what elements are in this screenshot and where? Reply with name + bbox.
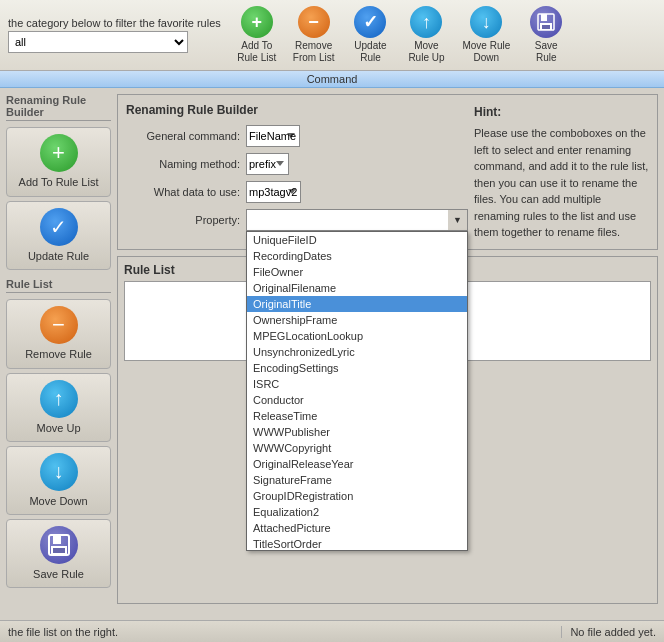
- dropdown-item[interactable]: SignatureFrame: [247, 472, 467, 488]
- naming-method-select[interactable]: prefix suffix replace insert: [246, 153, 289, 175]
- filter-label: the category below to filter the favorit…: [8, 17, 221, 29]
- dropdown-item[interactable]: AttachedPicture: [247, 520, 467, 536]
- save-rule-button[interactable]: Save Rule: [6, 519, 111, 588]
- hint-panel: Hint: Please use the comboboxes on the l…: [474, 103, 649, 241]
- add-to-rule-list-action-button[interactable]: + Add To Rule List: [6, 127, 111, 197]
- dropdown-item[interactable]: OriginalReleaseYear: [247, 456, 467, 472]
- move-down-rule-icon: ↓: [40, 453, 78, 491]
- move-up-label: Move Up: [36, 421, 80, 435]
- svg-rect-3: [542, 25, 550, 29]
- rule-list-section-label: Rule List: [6, 278, 111, 293]
- general-command-select[interactable]: FileName MP3Tag FileInfo DateTime: [246, 125, 300, 147]
- property-dropdown-button[interactable]: ▼: [448, 209, 468, 231]
- remove-from-list-button[interactable]: − RemoveFrom List: [287, 4, 341, 66]
- dropdown-item[interactable]: OwnershipFrame: [247, 312, 467, 328]
- hint-title: Hint:: [474, 103, 649, 121]
- move-up-rule-icon: ↑: [40, 380, 78, 418]
- property-dropdown[interactable]: UniqueFileID RecordingDates FileOwner Or…: [246, 231, 468, 551]
- dropdown-item[interactable]: GroupIDRegistration: [247, 488, 467, 504]
- property-row: Property: ▼ UniqueFileID RecordingDates …: [126, 209, 468, 231]
- move-down-label: Move Down: [29, 494, 87, 508]
- left-action-panel: Renaming Rule Builder + Add To Rule List…: [6, 94, 111, 604]
- update-rule-label: UpdateRule: [354, 40, 386, 64]
- dropdown-item[interactable]: ReleaseTime: [247, 408, 467, 424]
- status-bar: the file list on the right. No file adde…: [0, 620, 664, 642]
- property-container: ▼ UniqueFileID RecordingDates FileOwner …: [246, 209, 468, 231]
- dropdown-item[interactable]: WWWPublisher: [247, 424, 467, 440]
- remove-rule-icon: −: [40, 306, 78, 344]
- status-left: the file list on the right.: [0, 626, 561, 638]
- remove-rule-label: Remove Rule: [25, 347, 92, 361]
- dropdown-item[interactable]: ISRC: [247, 376, 467, 392]
- dropdown-item[interactable]: TitleSortOrder: [247, 536, 467, 551]
- save-rule-icon: [40, 526, 78, 564]
- builder-form: Renaming Rule Builder General command: F…: [126, 103, 468, 241]
- builder-title: Renaming Rule Builder: [126, 103, 468, 117]
- what-data-row: What data to use: mp3tagv2 mp3tagv1 flac…: [126, 181, 468, 203]
- dropdown-item[interactable]: UniqueFileID: [247, 232, 467, 248]
- dropdown-item[interactable]: EncodingSettings: [247, 360, 467, 376]
- naming-method-label: Naming method:: [126, 158, 246, 170]
- move-down-icon: ↓: [470, 6, 502, 38]
- property-input[interactable]: [246, 209, 468, 231]
- move-up-button[interactable]: ↑ Move Up: [6, 373, 111, 442]
- svg-rect-7: [53, 548, 65, 553]
- category-filter-select[interactable]: all: [8, 31, 188, 53]
- property-label: Property:: [126, 214, 246, 226]
- builder-section-label: Renaming Rule Builder: [6, 94, 111, 121]
- dropdown-item[interactable]: MPEGLocationLookup: [247, 328, 467, 344]
- naming-method-container: prefix suffix replace insert: [246, 153, 468, 175]
- add-rule-icon: +: [40, 134, 78, 172]
- save-rule-toolbar-button[interactable]: SaveRule: [520, 4, 572, 66]
- dropdown-item[interactable]: RecordingDates: [247, 248, 467, 264]
- save-icon: [530, 6, 562, 38]
- update-rule-action-label: Update Rule: [28, 249, 89, 263]
- svg-rect-5: [53, 535, 61, 544]
- center-right-panel: Renaming Rule Builder General command: F…: [117, 94, 658, 604]
- move-rule-down-label: Move RuleDown: [462, 40, 510, 64]
- toolbar: the category below to filter the favorit…: [0, 0, 664, 71]
- update-rule-action-button[interactable]: ✓ Update Rule: [6, 201, 111, 270]
- general-command-row: General command: FileName MP3Tag FileInf…: [126, 125, 468, 147]
- save-rule-toolbar-label: SaveRule: [535, 40, 558, 64]
- update-rule-icon: ✓: [40, 208, 78, 246]
- builder-panel: Renaming Rule Builder General command: F…: [117, 94, 658, 250]
- add-to-rule-list-label: Add ToRule List: [237, 40, 276, 64]
- dropdown-item[interactable]: OriginalFilename: [247, 280, 467, 296]
- status-right: No file added yet.: [561, 626, 664, 638]
- dropdown-item[interactable]: WWWCopyright: [247, 440, 467, 456]
- move-rule-up-button[interactable]: ↑ MoveRule Up: [400, 4, 452, 66]
- move-rule-down-button[interactable]: ↓ Move RuleDown: [456, 4, 516, 66]
- dropdown-item[interactable]: FileOwner: [247, 264, 467, 280]
- add-to-rule-list-action-label: Add To Rule List: [19, 175, 99, 189]
- command-bar: Command: [0, 71, 664, 88]
- remove-from-list-label: RemoveFrom List: [293, 40, 335, 64]
- update-icon: ✓: [354, 6, 386, 38]
- general-command-label: General command:: [126, 130, 246, 142]
- naming-method-row: Naming method: prefix suffix replace ins…: [126, 153, 468, 175]
- dropdown-item[interactable]: UnsynchronizedLyric: [247, 344, 467, 360]
- svg-rect-1: [541, 14, 547, 21]
- add-to-rule-list-button[interactable]: + Add ToRule List: [231, 4, 283, 66]
- command-label: Command: [307, 73, 358, 85]
- dropdown-item[interactable]: Conductor: [247, 392, 467, 408]
- remove-icon: −: [298, 6, 330, 38]
- remove-rule-button[interactable]: − Remove Rule: [6, 299, 111, 368]
- add-icon: +: [241, 6, 273, 38]
- save-rule-label: Save Rule: [33, 567, 84, 581]
- what-data-select[interactable]: mp3tagv2 mp3tagv1 flac ogg: [246, 181, 301, 203]
- update-rule-button[interactable]: ✓ UpdateRule: [344, 4, 396, 66]
- move-down-button[interactable]: ↓ Move Down: [6, 446, 111, 515]
- toolbar-buttons: + Add ToRule List − RemoveFrom List ✓ Up…: [231, 4, 572, 66]
- what-data-label: What data to use:: [126, 186, 246, 198]
- dropdown-item-selected[interactable]: OriginalTitle: [247, 296, 467, 312]
- move-up-icon: ↑: [410, 6, 442, 38]
- hint-text: Please use the comboboxes on the left to…: [474, 125, 649, 241]
- what-data-container: mp3tagv2 mp3tagv1 flac ogg: [246, 181, 468, 203]
- toolbar-filter: the category below to filter the favorit…: [8, 17, 221, 53]
- dropdown-item[interactable]: Equalization2: [247, 504, 467, 520]
- general-command-container: FileName MP3Tag FileInfo DateTime: [246, 125, 468, 147]
- move-rule-up-label: MoveRule Up: [408, 40, 444, 64]
